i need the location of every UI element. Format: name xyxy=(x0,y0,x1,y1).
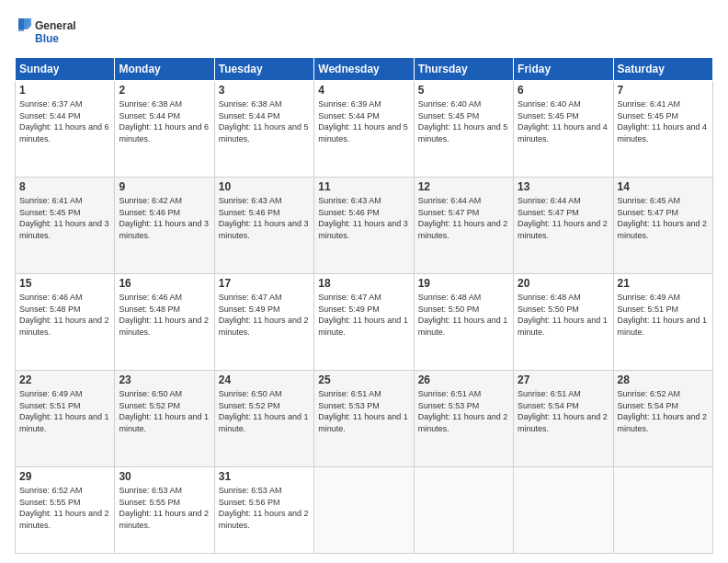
day-info: Sunrise: 6:51 AMSunset: 5:53 PMDaylight:… xyxy=(318,388,409,434)
svg-text:General: General xyxy=(35,19,76,32)
day-number: 31 xyxy=(219,470,310,483)
day-number: 3 xyxy=(219,84,310,97)
calendar-cell: 22Sunrise: 6:49 AMSunset: 5:51 PMDayligh… xyxy=(16,371,115,467)
day-number: 10 xyxy=(219,180,310,193)
calendar-cell: 26Sunrise: 6:51 AMSunset: 5:53 PMDayligh… xyxy=(414,371,513,467)
day-number: 16 xyxy=(119,277,210,290)
calendar-cell xyxy=(414,467,513,554)
day-number: 1 xyxy=(19,84,110,97)
calendar-cell xyxy=(314,467,414,554)
calendar-cell: 2Sunrise: 6:38 AMSunset: 5:44 PMDaylight… xyxy=(115,81,214,178)
day-info: Sunrise: 6:46 AMSunset: 5:48 PMDaylight:… xyxy=(119,292,210,338)
calendar-cell: 21Sunrise: 6:49 AMSunset: 5:51 PMDayligh… xyxy=(613,274,712,371)
day-info: Sunrise: 6:53 AMSunset: 5:55 PMDaylight:… xyxy=(119,485,210,531)
calendar-cell: 29Sunrise: 6:52 AMSunset: 5:55 PMDayligh… xyxy=(16,467,115,554)
calendar-cell: 3Sunrise: 6:38 AMSunset: 5:44 PMDaylight… xyxy=(214,81,313,178)
day-info: Sunrise: 6:44 AMSunset: 5:47 PMDaylight:… xyxy=(418,195,509,241)
day-number: 7 xyxy=(618,84,709,97)
day-number: 4 xyxy=(318,84,409,97)
day-info: Sunrise: 6:45 AMSunset: 5:47 PMDaylight:… xyxy=(618,195,709,241)
calendar-cell: 30Sunrise: 6:53 AMSunset: 5:55 PMDayligh… xyxy=(115,467,214,554)
calendar-cell: 7Sunrise: 6:41 AMSunset: 5:45 PMDaylight… xyxy=(613,81,712,178)
calendar-cell: 9Sunrise: 6:42 AMSunset: 5:46 PMDaylight… xyxy=(115,178,214,274)
day-number: 5 xyxy=(418,84,509,97)
page-header: General Blue xyxy=(15,15,713,50)
day-info: Sunrise: 6:37 AMSunset: 5:44 PMDaylight:… xyxy=(19,98,110,144)
calendar-cell: 8Sunrise: 6:41 AMSunset: 5:45 PMDaylight… xyxy=(16,178,115,274)
day-info: Sunrise: 6:41 AMSunset: 5:45 PMDaylight:… xyxy=(19,195,110,241)
weekday-header-sunday: Sunday xyxy=(16,58,115,81)
calendar-cell: 31Sunrise: 6:53 AMSunset: 5:56 PMDayligh… xyxy=(214,467,313,554)
day-number: 29 xyxy=(19,470,110,483)
calendar-cell: 15Sunrise: 6:46 AMSunset: 5:48 PMDayligh… xyxy=(16,274,115,371)
day-info: Sunrise: 6:47 AMSunset: 5:49 PMDaylight:… xyxy=(219,292,310,338)
day-number: 2 xyxy=(119,84,210,97)
day-number: 24 xyxy=(219,373,310,386)
svg-text:Blue: Blue xyxy=(35,32,59,45)
weekday-header-friday: Friday xyxy=(514,58,613,81)
day-number: 23 xyxy=(119,373,210,386)
day-number: 13 xyxy=(518,180,609,193)
calendar-cell: 25Sunrise: 6:51 AMSunset: 5:53 PMDayligh… xyxy=(314,371,414,467)
day-number: 27 xyxy=(518,373,609,386)
calendar-cell: 14Sunrise: 6:45 AMSunset: 5:47 PMDayligh… xyxy=(613,178,712,274)
day-info: Sunrise: 6:43 AMSunset: 5:46 PMDaylight:… xyxy=(219,195,310,241)
day-number: 25 xyxy=(318,373,409,386)
calendar-cell: 20Sunrise: 6:48 AMSunset: 5:50 PMDayligh… xyxy=(514,274,613,371)
day-info: Sunrise: 6:42 AMSunset: 5:46 PMDaylight:… xyxy=(119,195,210,241)
weekday-header-wednesday: Wednesday xyxy=(314,58,414,81)
calendar-cell: 1Sunrise: 6:37 AMSunset: 5:44 PMDaylight… xyxy=(16,81,115,178)
calendar-cell: 5Sunrise: 6:40 AMSunset: 5:45 PMDaylight… xyxy=(414,81,513,178)
weekday-header-monday: Monday xyxy=(115,58,214,81)
day-info: Sunrise: 6:52 AMSunset: 5:55 PMDaylight:… xyxy=(19,485,110,531)
calendar-cell: 12Sunrise: 6:44 AMSunset: 5:47 PMDayligh… xyxy=(414,178,513,274)
calendar-table: SundayMondayTuesdayWednesdayThursdayFrid… xyxy=(15,57,713,554)
calendar-cell: 16Sunrise: 6:46 AMSunset: 5:48 PMDayligh… xyxy=(115,274,214,371)
day-number: 22 xyxy=(19,373,110,386)
calendar-cell: 24Sunrise: 6:50 AMSunset: 5:52 PMDayligh… xyxy=(214,371,313,467)
day-info: Sunrise: 6:38 AMSunset: 5:44 PMDaylight:… xyxy=(119,98,210,144)
day-info: Sunrise: 6:48 AMSunset: 5:50 PMDaylight:… xyxy=(518,292,609,338)
calendar-cell: 10Sunrise: 6:43 AMSunset: 5:46 PMDayligh… xyxy=(214,178,313,274)
calendar-cell: 13Sunrise: 6:44 AMSunset: 5:47 PMDayligh… xyxy=(514,178,613,274)
calendar-cell: 18Sunrise: 6:47 AMSunset: 5:49 PMDayligh… xyxy=(314,274,414,371)
day-info: Sunrise: 6:48 AMSunset: 5:50 PMDaylight:… xyxy=(418,292,509,338)
day-info: Sunrise: 6:53 AMSunset: 5:56 PMDaylight:… xyxy=(219,485,310,531)
weekday-header-saturday: Saturday xyxy=(613,58,712,81)
weekday-header-tuesday: Tuesday xyxy=(214,58,313,81)
day-info: Sunrise: 6:51 AMSunset: 5:53 PMDaylight:… xyxy=(418,388,509,434)
day-number: 19 xyxy=(418,277,509,290)
day-info: Sunrise: 6:44 AMSunset: 5:47 PMDaylight:… xyxy=(518,195,609,241)
day-info: Sunrise: 6:50 AMSunset: 5:52 PMDaylight:… xyxy=(119,388,210,434)
calendar-cell xyxy=(613,467,712,554)
calendar-cell xyxy=(514,467,613,554)
day-number: 17 xyxy=(219,277,310,290)
calendar-cell: 28Sunrise: 6:52 AMSunset: 5:54 PMDayligh… xyxy=(613,371,712,467)
day-info: Sunrise: 6:46 AMSunset: 5:48 PMDaylight:… xyxy=(19,292,110,338)
calendar-cell: 11Sunrise: 6:43 AMSunset: 5:46 PMDayligh… xyxy=(314,178,414,274)
calendar-cell: 4Sunrise: 6:39 AMSunset: 5:44 PMDaylight… xyxy=(314,81,414,178)
calendar-header-row: SundayMondayTuesdayWednesdayThursdayFrid… xyxy=(16,58,713,81)
calendar-cell: 23Sunrise: 6:50 AMSunset: 5:52 PMDayligh… xyxy=(115,371,214,467)
day-info: Sunrise: 6:41 AMSunset: 5:45 PMDaylight:… xyxy=(618,98,709,144)
day-number: 21 xyxy=(618,277,709,290)
day-info: Sunrise: 6:40 AMSunset: 5:45 PMDaylight:… xyxy=(518,98,609,144)
day-info: Sunrise: 6:52 AMSunset: 5:54 PMDaylight:… xyxy=(618,388,709,434)
calendar-cell: 17Sunrise: 6:47 AMSunset: 5:49 PMDayligh… xyxy=(214,274,313,371)
calendar-cell: 6Sunrise: 6:40 AMSunset: 5:45 PMDaylight… xyxy=(514,81,613,178)
calendar-body: 1Sunrise: 6:37 AMSunset: 5:44 PMDaylight… xyxy=(16,81,713,554)
weekday-header-thursday: Thursday xyxy=(414,58,513,81)
day-number: 18 xyxy=(318,277,409,290)
day-info: Sunrise: 6:50 AMSunset: 5:52 PMDaylight:… xyxy=(219,388,310,434)
day-number: 14 xyxy=(618,180,709,193)
day-info: Sunrise: 6:39 AMSunset: 5:44 PMDaylight:… xyxy=(318,98,409,144)
day-info: Sunrise: 6:38 AMSunset: 5:44 PMDaylight:… xyxy=(219,98,310,144)
svg-marker-4 xyxy=(24,18,31,29)
day-info: Sunrise: 6:47 AMSunset: 5:49 PMDaylight:… xyxy=(318,292,409,338)
logo: General Blue xyxy=(15,15,79,50)
day-number: 20 xyxy=(518,277,609,290)
calendar-cell: 19Sunrise: 6:48 AMSunset: 5:50 PMDayligh… xyxy=(414,274,513,371)
day-number: 26 xyxy=(418,373,509,386)
day-info: Sunrise: 6:49 AMSunset: 5:51 PMDaylight:… xyxy=(618,292,709,338)
calendar-cell: 27Sunrise: 6:51 AMSunset: 5:54 PMDayligh… xyxy=(514,371,613,467)
